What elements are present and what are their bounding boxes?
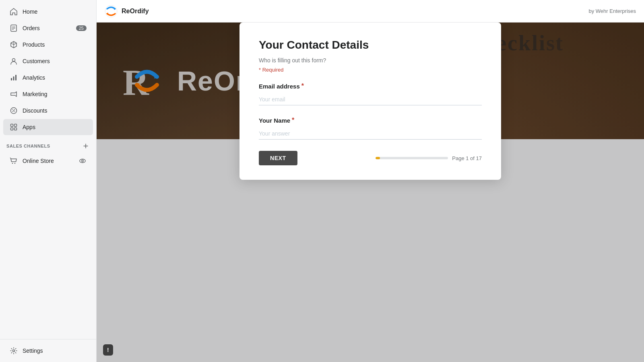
name-required-star: *: [292, 117, 294, 124]
sales-channels-label: SALES CHANNELS: [6, 144, 50, 148]
sidebar: Home Orders 25: [0, 0, 97, 362]
next-button[interactable]: NEXT: [259, 151, 297, 165]
page-indicator: Page 1 of 17: [452, 155, 482, 161]
name-form-group: Your Name *: [259, 117, 482, 140]
svg-line-5: [11, 43, 14, 45]
sidebar-bottom: Settings: [0, 339, 96, 362]
svg-point-21: [12, 163, 13, 164]
topbar: ReOrdify by Wehr Enterprises: [97, 0, 644, 23]
marketing-icon: [10, 90, 18, 98]
svg-rect-15: [11, 124, 13, 127]
sidebar-item-analytics[interactable]: Analytics: [3, 70, 93, 86]
sidebar-item-marketing-label: Marketing: [23, 91, 47, 97]
sidebar-item-products-label: Products: [23, 41, 45, 48]
modal-subtitle: Who is filling out this form?: [259, 57, 482, 64]
progress-area: Page 1 of 17: [376, 155, 482, 161]
sidebar-item-customers-label: Customers: [23, 58, 50, 64]
contact-details-modal: Your Contact Details Who is filling out …: [239, 23, 501, 180]
modal-title: Your Contact Details: [259, 39, 482, 51]
svg-point-13: [12, 109, 13, 110]
home-icon: [10, 8, 18, 16]
products-icon: [10, 41, 18, 49]
content-area: Checklist R: [97, 23, 644, 362]
sidebar-item-settings[interactable]: Settings: [3, 343, 93, 359]
feedback-icon: !: [107, 347, 109, 353]
orders-badge: 25: [76, 25, 87, 31]
sidebar-nav: Home Orders 25: [0, 0, 96, 339]
email-form-group: Email address *: [259, 82, 482, 105]
sidebar-item-home-label: Home: [23, 8, 37, 15]
name-label: Your Name *: [259, 117, 482, 124]
name-input[interactable]: [259, 128, 482, 140]
svg-rect-10: [15, 75, 17, 80]
svg-rect-18: [14, 128, 17, 130]
svg-point-25: [82, 160, 84, 162]
settings-icon: [10, 347, 18, 355]
sidebar-item-apps-label: Apps: [23, 124, 35, 130]
add-sales-channel-button[interactable]: [82, 142, 90, 150]
progress-fill: [376, 157, 380, 159]
online-store-label: Online Store: [23, 158, 54, 164]
sidebar-item-discounts[interactable]: Discounts: [3, 103, 93, 119]
feedback-button[interactable]: !: [103, 344, 113, 356]
settings-label: Settings: [23, 348, 43, 354]
modal-footer: NEXT Page 1 of 17: [259, 151, 482, 165]
app-name: ReOrdify: [122, 8, 149, 15]
logo-icon: [105, 5, 118, 18]
sidebar-item-products[interactable]: Products: [3, 37, 93, 53]
sidebar-item-analytics-label: Analytics: [23, 74, 45, 81]
sidebar-item-orders[interactable]: Orders 25: [3, 20, 93, 36]
apps-icon: [10, 123, 18, 131]
svg-rect-16: [14, 124, 17, 127]
svg-point-24: [80, 159, 85, 163]
online-store-icon: [10, 157, 18, 165]
sidebar-item-customers[interactable]: Customers: [3, 53, 93, 69]
svg-rect-9: [13, 76, 14, 80]
sidebar-item-marketing[interactable]: Marketing: [3, 86, 93, 102]
discounts-icon: [10, 107, 18, 115]
sidebar-item-online-store[interactable]: Online Store: [3, 153, 93, 169]
svg-point-26: [13, 350, 15, 352]
svg-rect-8: [11, 78, 12, 80]
required-note: * Required: [259, 67, 482, 73]
app-logo: ReOrdify: [105, 5, 149, 18]
online-store-visibility-button[interactable]: [78, 157, 87, 165]
svg-line-6: [14, 43, 17, 45]
sidebar-item-orders-label: Orders: [23, 25, 40, 31]
svg-point-7: [12, 59, 15, 62]
progress-bar: [376, 157, 448, 159]
analytics-icon: [10, 74, 18, 82]
svg-point-22: [14, 163, 15, 164]
modal-overlay: Your Contact Details Who is filling out …: [97, 23, 644, 362]
topbar-attribution: by Wehr Enterprises: [588, 8, 636, 14]
main-content: ReOrdify by Wehr Enterprises Checklist R: [97, 0, 644, 362]
sales-channels-header: SALES CHANNELS: [0, 136, 96, 152]
customers-icon: [10, 57, 18, 65]
svg-point-14: [14, 111, 15, 112]
sidebar-item-apps[interactable]: Apps: [3, 119, 93, 135]
sidebar-item-discounts-label: Discounts: [23, 107, 47, 114]
svg-rect-17: [11, 128, 13, 130]
sidebar-item-home[interactable]: Home: [3, 4, 93, 20]
email-required-star: *: [301, 82, 304, 90]
email-input[interactable]: [259, 94, 482, 105]
orders-icon: [10, 24, 18, 32]
email-label: Email address *: [259, 82, 482, 90]
